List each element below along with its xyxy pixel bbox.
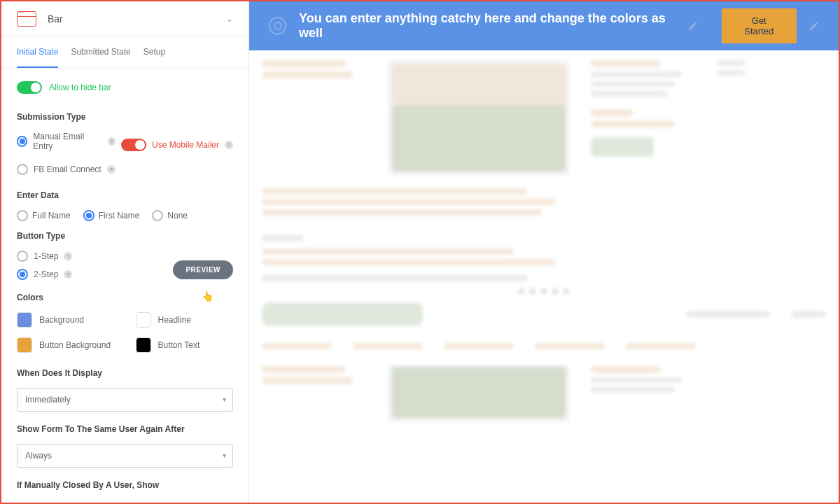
pencil-icon[interactable]	[688, 21, 698, 31]
submission-type-title: Submission Type	[17, 112, 233, 122]
if-closed-title: If Manually Closed By A User, Show	[17, 480, 233, 490]
bar-widget-icon	[17, 11, 36, 27]
radio-2-step[interactable]	[17, 269, 28, 280]
cta-button[interactable]: Get Started	[722, 8, 797, 43]
when-display-title: When Does It Display	[17, 368, 233, 378]
button-type-title: Button Type	[17, 231, 233, 241]
radio-fb-email[interactable]	[17, 164, 28, 175]
mock-content	[249, 50, 839, 444]
allow-hide-toggle[interactable]	[17, 81, 42, 94]
radio-none[interactable]	[152, 210, 163, 221]
promo-headline[interactable]: You can enter anything catchy here and c…	[299, 11, 676, 41]
tab-initial-state[interactable]: Initial State	[17, 37, 58, 68]
mobile-mailer-label: Use Mobile Mailer	[152, 140, 219, 150]
mobile-mailer-toggle[interactable]	[121, 139, 146, 151]
promo-bar: You can enter anything catchy here and c…	[249, 1, 839, 50]
pencil-icon[interactable]	[809, 21, 819, 31]
settings-sidebar: Bar ⌄ Initial State Submitted State Setu…	[1, 1, 249, 503]
show-again-title: Show Form To The Same User Again After	[17, 424, 233, 434]
award-icon	[269, 17, 286, 35]
settings-tabs: Initial State Submitted State Setup	[1, 37, 248, 69]
allow-hide-label: Allow to hide bar	[49, 83, 111, 92]
help-icon[interactable]: ?	[64, 270, 72, 279]
preview-canvas: You can enter anything catchy here and c…	[249, 1, 839, 503]
colors-title: Colors	[17, 293, 233, 302]
help-icon[interactable]: ?	[107, 165, 115, 174]
color-button-text[interactable]	[136, 337, 151, 353]
tab-submitted-state[interactable]: Submitted State	[71, 37, 130, 68]
show-again-select[interactable]: Always	[17, 444, 233, 468]
help-icon[interactable]: ?	[225, 141, 233, 149]
chevron-down-icon: ⌄	[226, 14, 233, 24]
color-background[interactable]	[17, 312, 32, 328]
radio-1-step[interactable]	[17, 251, 28, 262]
color-button-bg[interactable]	[17, 337, 32, 353]
preview-button[interactable]: PREVIEW	[173, 260, 233, 279]
widget-type-label: Bar	[48, 13, 226, 24]
when-display-select[interactable]: Immediately	[17, 388, 233, 412]
help-icon[interactable]: ?	[64, 252, 72, 260]
radio-manual-email[interactable]	[17, 136, 27, 147]
help-icon[interactable]: ?	[108, 137, 115, 146]
widget-type-selector[interactable]: Bar ⌄	[1, 1, 248, 37]
fb-email-label: FB Email Connect	[34, 164, 102, 174]
enter-data-title: Enter Data	[17, 190, 233, 200]
radio-full-name[interactable]	[17, 210, 28, 221]
color-headline[interactable]	[136, 312, 151, 328]
tab-setup[interactable]: Setup	[144, 37, 165, 68]
manual-email-label: Manual Email Entry	[33, 132, 102, 151]
radio-first-name[interactable]	[83, 210, 94, 221]
